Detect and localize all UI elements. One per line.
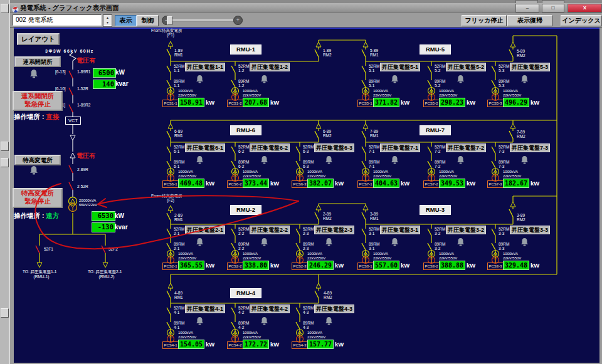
pcs-tag[interactable]: PCS4-1 [162,341,179,349]
link-switch-label[interactable]: 3-89RM1 [370,212,379,221]
flicker-stop-button[interactable]: フリッカ停止 [462,15,507,26]
link-switch-label[interactable]: 4-89RM1 [174,291,183,299]
breaker-52rm-label[interactable]: 52RM5-3 [499,64,509,73]
interconnection-station-button[interactable]: 連系開閉所 [14,56,61,67]
feeder-unit: 52RM2-2 昇圧集電盤2-2 89RM2-2 1000kVA22kV/550… [227,224,290,273]
link-switch-label[interactable]: 7-89RM1 [370,129,379,138]
title-bar[interactable]: 発電系統 - グラフィック表示画面 – □ X [10,3,602,13]
operation-location-2: 操作場所 : 遠方 [14,212,59,221]
link-switch-label[interactable]: 6-89RM1 [174,129,183,138]
pcs-tag[interactable]: PCS5-1 [357,100,374,107]
breaker-52rm-label[interactable]: 52RM3-1 [369,227,379,236]
pcs-tag[interactable]: PCS1-2 [227,100,243,107]
zoom-slider-thumb[interactable] [167,16,172,25]
feeder-switch-name[interactable]: 52F1 [44,247,53,251]
breaker-52rm-label[interactable]: 52RM7-3 [499,145,509,153]
link-switch-label[interactable]: 1-89RM2 [323,48,332,57]
panel-name: 昇圧集電盤2-2 [250,226,290,234]
zoom-in-icon[interactable]: + [233,16,243,25]
pcs-tag[interactable]: PCS5-2 [423,100,440,107]
link-switch-label[interactable]: 2-89RM2 [323,212,332,221]
sidebar-switch-row[interactable]: [6-11]1-89R2 [55,103,137,108]
link-switch-label[interactable]: 5-89RM2 [517,49,525,58]
breaker-52rm-label[interactable]: 52RM2-1 [174,227,184,236]
switch-name[interactable]: 2-52R [77,184,88,189]
pcs-tag[interactable]: PCS4-2 [227,341,243,349]
screen-selector-spinner[interactable]: ▲ ▼ [103,14,112,27]
transformer-rating: 1000kVA22kV/550V [243,170,261,178]
breaker-52rm-label[interactable]: 52RM4-1 [174,306,184,315]
breaker-52rm-label[interactable]: 52RM7-1 [369,145,379,153]
kw-unit: kW [401,180,409,187]
link-switch-label[interactable]: 6-89RM2 [323,129,332,138]
close-button[interactable]: X [568,4,602,13]
kw-unit: kW [206,180,214,187]
breaker-52rm-label[interactable]: 52RM3-2 [435,227,445,236]
restore-view-button[interactable]: 表示復帰 [507,15,552,26]
kw-unit: kW [206,99,214,106]
breaker-52rm-label[interactable]: 52RM2-2 [238,227,249,236]
pcs-tag[interactable]: PCS6-3 [292,180,308,188]
link-switch-label[interactable]: 7-89RM2 [517,130,525,138]
spin-up-icon[interactable]: ▲ [103,15,112,20]
breaker-52rm-label[interactable]: 52RM1-1 [174,64,184,73]
breaker-52rm-label[interactable]: 52RM3-3 [499,227,509,236]
interconnection-estop-button[interactable]: 連系開閉所 緊急停止 [13,91,63,111]
display-button[interactable]: 表示 [115,15,137,26]
restore-button[interactable]: □ [542,4,564,13]
substation-estop-button[interactable]: 特高変電所 緊急停止 [13,188,63,208]
pcs-tag[interactable]: PCS3-1 [357,263,374,270]
link-switch-label[interactable]: 5-89RM1 [370,48,379,57]
layout-button[interactable]: レイアウト [17,33,60,45]
breaker-52rm-label[interactable]: 52RM7-2 [435,145,445,153]
pcs-tag[interactable]: PCS7-1 [357,180,374,188]
pcs-tag[interactable]: PCS6-2 [227,180,243,188]
panel-name: 昇圧集電盤3-1 [380,226,420,234]
pcs-tag[interactable]: PCS4-3 [292,341,308,349]
kw-unit: kW [270,262,279,269]
link-switch-label[interactable]: 4-89RM2 [324,291,332,299]
pcs-tag[interactable]: PCS7-3 [487,180,504,188]
index-button[interactable]: インデックス [561,15,602,26]
breaker-52rm-label[interactable]: 52RM5-1 [369,64,379,73]
pcs-tag[interactable]: PCS2-2 [227,263,243,270]
breaker-52rm-label[interactable]: 52RM4-2 [238,306,249,315]
breaker-52rm-label[interactable]: 52RM6-2 [238,145,249,153]
panel-name: 昇圧集電盤1-2 [250,63,290,71]
pcs-kw-value: 154.05 [178,340,204,349]
taskbar-icon[interactable] [1,308,9,318]
link-switch-label[interactable]: 1-89RM1 [174,48,183,57]
pcs-tag[interactable]: PCS6-1 [162,180,179,188]
pcs-tag[interactable]: PCS3-2 [423,263,440,270]
taskbar-icon[interactable] [1,142,9,151]
breaker-52rm-label[interactable]: 52RM5-2 [435,64,445,73]
pcs-kw-value: 365.55 [178,261,204,270]
spin-down-icon[interactable]: ▼ [103,20,112,25]
transformer-rating: 1000kVA22kV/550V [503,252,521,260]
control-button[interactable]: 制御 [137,15,159,26]
breaker-52rm-label[interactable]: 52RM6-3 [303,145,314,153]
pcs-tag[interactable]: PCS3-3 [487,263,504,270]
breaker-52rm-label[interactable]: 52RM6-1 [174,145,184,153]
pcs-tag[interactable]: PCS5-3 [487,100,504,107]
toolbar: 002 発電系統 ▲ ▼ 表示 制御 − + フリッカ停止 表示復帰 インデック… [10,13,602,28]
breaker-52rm-label[interactable]: 52RM2-3 [303,227,314,236]
pcs-tag[interactable]: PCS2-3 [292,263,308,270]
switch-name[interactable]: 2-89R [77,167,88,172]
minimize-button[interactable]: – [515,4,539,13]
pcs-tag[interactable]: PCS7-2 [423,180,440,188]
link-switch-label[interactable]: 2-89RM1 [174,213,183,222]
screen-selector[interactable]: 002 発電系統 [13,14,102,26]
kw-unit: kW [270,180,279,187]
taskbar-icon[interactable] [1,158,9,167]
pcs-kw-value: 338.80 [243,261,269,270]
pcs-tag[interactable]: PCS2-1 [162,263,179,270]
taskbar-icon[interactable] [1,4,9,13]
zoom-slider-track[interactable] [162,19,240,21]
substation-button[interactable]: 特高変電所 [14,155,61,165]
pcs-tag[interactable]: PCS1-1 [162,100,179,107]
link-switch-label[interactable]: 3-89RM2 [517,213,525,222]
feeder-switch-name[interactable]: 52F2 [108,247,118,251]
breaker-52rm-label[interactable]: 52RM1-2 [238,64,249,73]
breaker-52rm-label[interactable]: 52RM4-3 [303,306,314,315]
